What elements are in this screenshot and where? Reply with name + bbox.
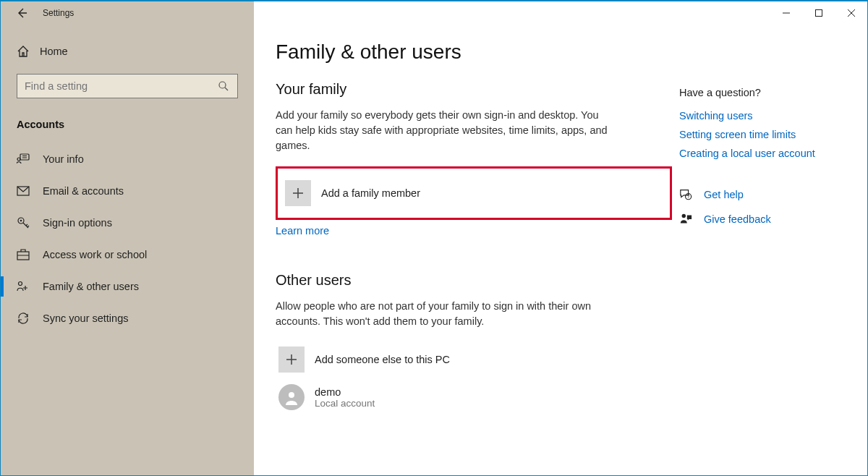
page-title: Family & other users	[276, 41, 672, 64]
svg-point-14	[19, 282, 22, 286]
svg-rect-1	[815, 10, 822, 17]
give-feedback-link[interactable]: Give feedback	[704, 213, 771, 225]
title-bar: Settings	[1, 1, 867, 25]
window-title: Settings	[43, 8, 74, 18]
sidebar-item-label: Email & accounts	[43, 185, 124, 197]
close-button[interactable]	[835, 1, 867, 25]
sidebar-item-signin[interactable]: Sign-in options	[1, 207, 254, 239]
sidebar-home[interactable]: Home	[1, 39, 254, 64]
add-other-user-button[interactable]: Add someone else to this PC	[276, 342, 672, 377]
sidebar-item-label: Your info	[43, 153, 84, 165]
sidebar: Home Accounts Your info Email & accounts	[1, 25, 254, 475]
family-icon	[17, 280, 30, 293]
user-subtext: Local account	[315, 398, 375, 409]
sidebar-item-label: Family & other users	[43, 281, 139, 292]
sidebar-home-label: Home	[40, 46, 68, 57]
key-icon	[17, 216, 30, 229]
get-help-icon: ?	[679, 188, 692, 201]
search-input[interactable]	[17, 74, 238, 98]
svg-rect-6	[20, 154, 29, 160]
svg-point-4	[219, 82, 226, 88]
add-family-highlight: Add a family member	[276, 166, 672, 220]
svg-point-22	[682, 214, 686, 218]
help-pane: Have a question? Switching users Setting…	[672, 41, 867, 475]
help-link-local-account[interactable]: Creating a local user account	[679, 148, 853, 159]
user-avatar-icon	[278, 384, 305, 410]
sidebar-section-label: Accounts	[1, 114, 254, 143]
svg-point-19	[289, 392, 294, 398]
minimize-button[interactable]	[770, 1, 802, 25]
svg-point-7	[17, 158, 20, 161]
sidebar-item-family[interactable]: Family & other users	[1, 271, 254, 302]
maximize-button[interactable]	[802, 1, 835, 25]
back-icon[interactable]	[15, 7, 28, 20]
add-other-user-label: Add someone else to this PC	[315, 354, 450, 365]
mail-icon	[17, 184, 30, 197]
add-family-label: Add a family member	[321, 187, 420, 199]
sync-icon	[17, 312, 30, 325]
svg-point-12	[20, 220, 22, 222]
sidebar-item-work-school[interactable]: Access work or school	[1, 239, 254, 271]
plus-icon	[285, 180, 311, 206]
plus-icon	[278, 347, 305, 373]
search-icon	[217, 80, 230, 93]
other-users-description: Allow people who are not part of your fa…	[276, 299, 608, 329]
help-question: Have a question?	[679, 87, 853, 98]
sidebar-item-email[interactable]: Email & accounts	[1, 175, 254, 207]
svg-text:?: ?	[687, 194, 690, 199]
home-icon	[17, 45, 30, 58]
help-link-screen-time[interactable]: Setting screen time limits	[679, 129, 853, 140]
search-field[interactable]	[25, 80, 217, 92]
family-heading: Your family	[276, 81, 672, 98]
add-family-member-button[interactable]: Add a family member	[282, 176, 665, 211]
briefcase-icon	[17, 248, 30, 261]
svg-line-5	[225, 88, 228, 90]
sidebar-item-label: Sync your settings	[43, 313, 128, 324]
other-users-heading: Other users	[276, 272, 672, 289]
learn-more-link[interactable]: Learn more	[276, 225, 329, 237]
feedback-icon	[679, 213, 692, 226]
user-card-icon	[17, 153, 30, 166]
help-link-switching-users[interactable]: Switching users	[679, 110, 853, 122]
sidebar-item-label: Access work or school	[43, 249, 147, 260]
sidebar-item-label: Sign-in options	[43, 217, 112, 229]
user-row[interactable]: demo Local account	[276, 380, 672, 415]
family-description: Add your family so everybody gets their …	[276, 108, 608, 153]
sidebar-item-sync[interactable]: Sync your settings	[1, 302, 254, 334]
user-name: demo	[315, 386, 375, 398]
get-help-link[interactable]: Get help	[704, 189, 744, 200]
main-content: Family & other users Your family Add you…	[276, 41, 672, 475]
sidebar-item-your-info[interactable]: Your info	[1, 143, 254, 175]
